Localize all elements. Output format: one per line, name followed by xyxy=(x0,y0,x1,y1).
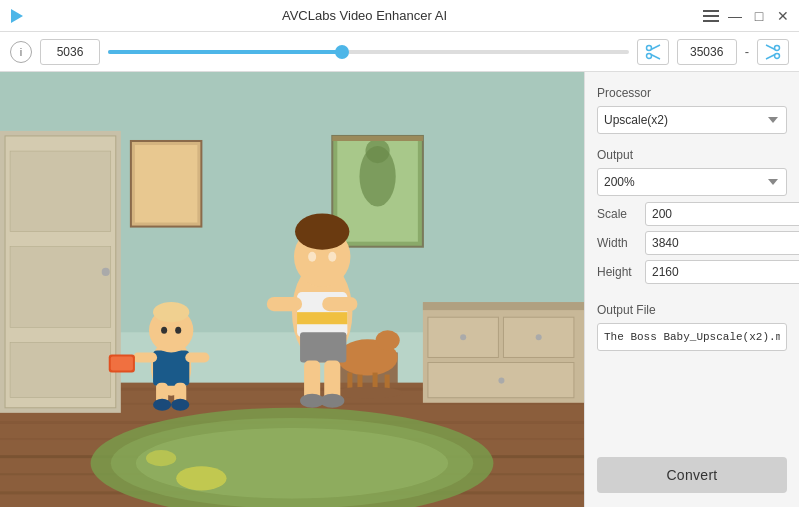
frame-end-input[interactable] xyxy=(677,39,737,65)
svg-point-40 xyxy=(498,378,504,384)
scale-label: Scale xyxy=(597,207,639,221)
svg-point-67 xyxy=(320,394,344,408)
svg-point-32 xyxy=(102,268,110,276)
scale-row: Scale % xyxy=(597,202,787,226)
svg-rect-58 xyxy=(297,312,347,324)
close-button[interactable]: ✕ xyxy=(775,8,791,24)
scale-input[interactable] xyxy=(645,202,799,226)
menu-button[interactable] xyxy=(703,8,719,24)
svg-point-74 xyxy=(161,327,167,334)
output-file-input[interactable] xyxy=(597,323,787,351)
output-label: Output xyxy=(597,148,787,162)
timeline-slider[interactable] xyxy=(108,50,629,54)
svg-point-50 xyxy=(376,330,400,350)
cut-left-button[interactable] xyxy=(637,39,669,65)
svg-rect-34 xyxy=(423,302,584,310)
svg-point-79 xyxy=(171,399,189,411)
svg-point-73 xyxy=(153,302,189,322)
svg-rect-45 xyxy=(332,136,423,141)
svg-point-61 xyxy=(295,213,349,249)
processor-section: Processor Upscale(x2) Upscale(x4) Denois… xyxy=(597,86,787,134)
window-controls: — □ ✕ xyxy=(703,8,791,24)
svg-rect-3 xyxy=(703,20,719,22)
svg-rect-83 xyxy=(111,356,133,370)
output-section: Output 200% 100% 150% 400% Scale % Width… xyxy=(597,148,787,289)
svg-line-6 xyxy=(651,45,660,50)
svg-rect-68 xyxy=(267,297,302,311)
svg-point-8 xyxy=(775,45,780,50)
height-input[interactable] xyxy=(645,260,799,284)
restore-button[interactable]: □ xyxy=(751,8,767,24)
toolbar: i - xyxy=(0,32,799,72)
svg-point-38 xyxy=(460,334,466,340)
svg-point-62 xyxy=(308,252,316,262)
frame-start-input[interactable] xyxy=(40,39,100,65)
svg-point-44 xyxy=(366,139,390,163)
output-file-section: Output File xyxy=(597,303,787,351)
info-button[interactable]: i xyxy=(10,41,32,63)
svg-point-55 xyxy=(332,387,402,399)
svg-rect-1 xyxy=(703,10,719,12)
svg-line-7 xyxy=(651,54,660,59)
titlebar: AVCLabs Video Enhancer AI — □ ✕ xyxy=(0,0,799,32)
svg-rect-29 xyxy=(10,151,111,232)
height-label: Height xyxy=(597,265,639,279)
height-row: Height xyxy=(597,260,787,284)
width-row: Width xyxy=(597,231,787,255)
app-logo xyxy=(8,7,26,25)
svg-point-24 xyxy=(136,428,448,498)
svg-rect-81 xyxy=(185,352,209,362)
output-file-label: Output File xyxy=(597,303,787,317)
svg-point-9 xyxy=(775,53,780,58)
svg-point-26 xyxy=(146,450,176,466)
svg-line-11 xyxy=(766,54,775,59)
convert-button[interactable]: Convert xyxy=(597,457,787,493)
svg-marker-0 xyxy=(11,9,23,23)
svg-point-5 xyxy=(646,53,651,58)
minimize-button[interactable]: — xyxy=(727,8,743,24)
svg-point-75 xyxy=(175,327,181,334)
width-input[interactable] xyxy=(645,231,799,255)
svg-point-4 xyxy=(646,45,651,50)
svg-point-78 xyxy=(153,399,171,411)
svg-rect-30 xyxy=(10,247,111,328)
svg-point-63 xyxy=(328,252,336,262)
svg-rect-2 xyxy=(703,15,719,17)
settings-panel: Processor Upscale(x2) Upscale(x4) Denois… xyxy=(584,72,799,507)
processor-select[interactable]: Upscale(x2) Upscale(x4) Denoise Deinterl… xyxy=(597,106,787,134)
svg-rect-69 xyxy=(322,297,357,311)
svg-rect-31 xyxy=(10,342,111,397)
svg-line-10 xyxy=(766,45,775,50)
dash-separator: - xyxy=(745,44,749,59)
width-label: Width xyxy=(597,236,639,250)
svg-point-39 xyxy=(536,334,542,340)
svg-rect-71 xyxy=(153,350,189,385)
processor-label: Processor xyxy=(597,86,787,100)
cut-right-button[interactable] xyxy=(757,39,789,65)
video-frame xyxy=(0,72,584,507)
app-title: AVCLabs Video Enhancer AI xyxy=(26,8,703,23)
video-preview xyxy=(0,72,584,507)
svg-point-25 xyxy=(176,466,226,490)
svg-rect-59 xyxy=(300,332,346,362)
main-content: Processor Upscale(x2) Upscale(x4) Denois… xyxy=(0,72,799,507)
svg-rect-80 xyxy=(133,352,157,362)
output-quality-select[interactable]: 200% 100% 150% 400% xyxy=(597,168,787,196)
svg-rect-47 xyxy=(135,145,197,223)
